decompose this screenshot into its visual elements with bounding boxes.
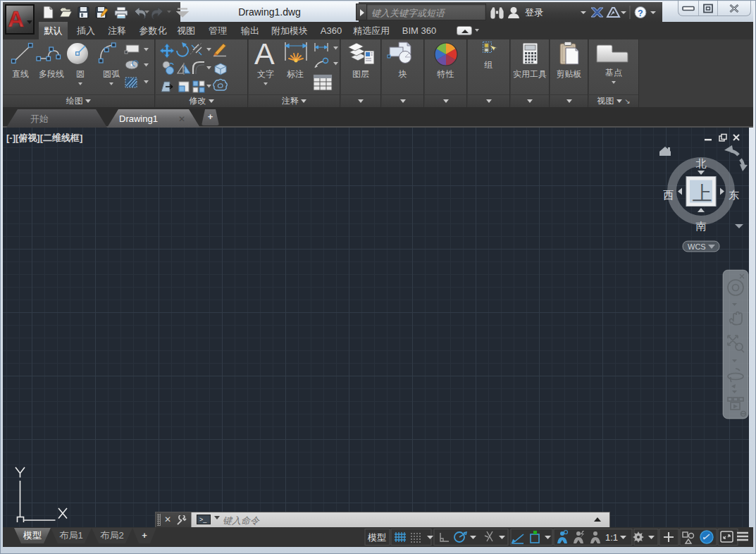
svg-text:上: 上 [693,183,712,204]
svg-text:北: 北 [696,157,707,169]
svg-text:西: 西 [663,189,674,201]
svg-text:A: A [254,39,275,70]
svg-text:1:1: 1:1 [605,532,618,543]
svg-text:东: 东 [729,189,739,201]
svg-text:WCS: WCS [688,242,706,251]
svg-text:南: 南 [696,220,707,232]
svg-text:登录: 登录 [525,7,543,18]
svg-text:?: ? [638,8,643,18]
svg-text:模型: 模型 [367,532,386,543]
svg-text:A: A [8,6,24,32]
